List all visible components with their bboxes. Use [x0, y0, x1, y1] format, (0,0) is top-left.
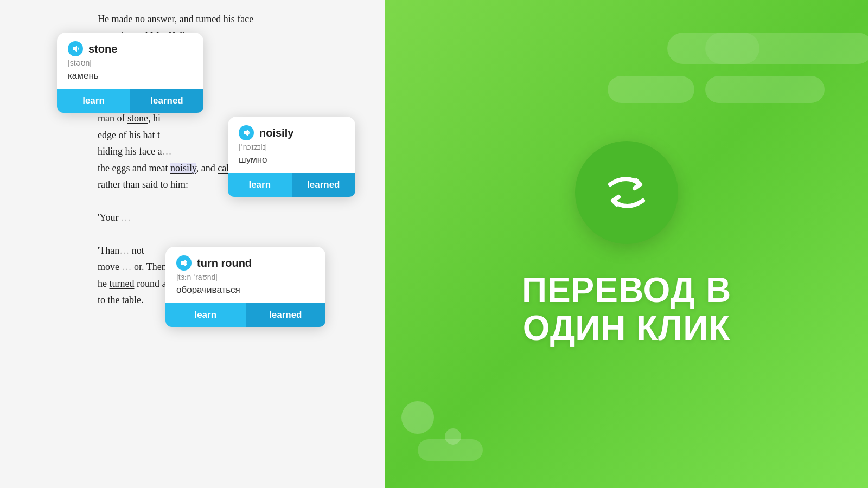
turnround-btn-row: learn learned — [165, 303, 326, 327]
right-title: ПЕРЕВОД В ОДИН КЛИК — [522, 271, 731, 348]
svg-marker-2 — [181, 260, 186, 266]
translate-arrows-icon — [599, 165, 654, 220]
word-turned[interactable]: turned — [196, 14, 221, 24]
deco-rect-5 — [418, 439, 483, 461]
stone-learned-button[interactable]: learned — [130, 89, 203, 113]
noisily-translation: шумно — [239, 155, 344, 165]
word-noisily-highlight[interactable]: noisily — [170, 163, 196, 174]
deco-rect-1 — [667, 33, 868, 64]
noisily-speaker-icon[interactable] — [239, 125, 254, 140]
stone-word: stone — [88, 43, 117, 55]
noisily-btn-row: learn learned — [228, 173, 355, 197]
stone-translation: камень — [68, 70, 193, 81]
word-turned2[interactable]: turned — [110, 278, 135, 289]
deco-rect-2 — [705, 33, 760, 64]
turnround-speaker-icon[interactable] — [176, 255, 192, 271]
word-stone[interactable]: stone — [127, 113, 148, 124]
svg-marker-1 — [244, 130, 248, 136]
decorative-shapes — [385, 0, 868, 488]
turnround-header: turn round — [176, 255, 315, 271]
turnround-learned-button[interactable]: learned — [246, 303, 326, 327]
popup-noisily: noisily |ˈnɔɪzɪlɪ| шумно learn learned — [228, 117, 355, 197]
stone-btn-row: learn learned — [57, 89, 203, 113]
turnround-translation: оборачиваться — [176, 285, 315, 296]
title-line1: ПЕРЕВОД В — [522, 271, 731, 309]
turnround-word: turn round — [197, 257, 252, 269]
deco-rect-4 — [705, 76, 825, 103]
noisily-header: noisily — [239, 125, 344, 140]
noisily-learn-button[interactable]: learn — [228, 173, 292, 197]
turnround-phonetic: |tɜːn ˈraʊnd| — [176, 273, 315, 281]
translate-icon-circle — [575, 141, 678, 244]
left-panel: He made no answer, and turned his face e… — [0, 0, 385, 488]
noisily-learned-button[interactable]: learned — [292, 173, 356, 197]
noisily-word: noisily — [259, 127, 293, 139]
right-panel: ПЕРЕВОД В ОДИН КЛИК — [385, 0, 868, 488]
deco-rect-3 — [608, 76, 694, 103]
turnround-learn-button[interactable]: learn — [165, 303, 246, 327]
deco-circle-1 — [401, 401, 434, 434]
stone-speaker-icon[interactable] — [68, 41, 83, 56]
popup-turnround: turn round |tɜːn ˈraʊnd| оборачиваться l… — [165, 247, 326, 327]
popup-stone: stone |stəʊn| камень learn learned — [57, 33, 203, 113]
stone-learn-button[interactable]: learn — [57, 89, 130, 113]
svg-marker-0 — [73, 46, 77, 52]
stone-header: stone — [68, 41, 193, 56]
text-eggs: the eggs and meat — [98, 163, 168, 174]
stone-phonetic: |stəʊn| — [68, 59, 193, 67]
deco-circle-2 — [445, 428, 461, 445]
title-line2: ОДИН КЛИК — [522, 309, 731, 347]
paragraph-3: 'Your … — [98, 209, 380, 226]
word-table[interactable]: table — [122, 294, 141, 305]
noisily-phonetic: |ˈnɔɪzɪlɪ| — [239, 143, 344, 151]
word-answer[interactable]: answer — [147, 14, 174, 24]
